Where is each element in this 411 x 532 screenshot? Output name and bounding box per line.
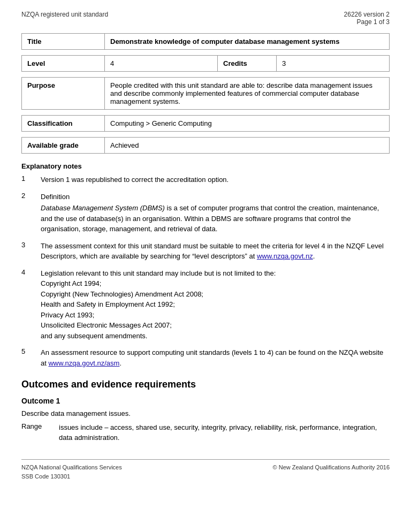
item-2-italic: Database Management System (DBMS): [41, 204, 165, 212]
item-5-content: An assessment resource to support comput…: [41, 347, 390, 368]
purpose-value: People credited with this unit standard …: [105, 78, 390, 110]
explanatory-item-5: 5 An assessment resource to support comp…: [21, 347, 390, 368]
header-right: 26226 version 2 Page 1 of 3: [344, 11, 390, 26]
title-label: Title: [22, 34, 105, 50]
explanatory-item-1: 1 Version 1 was republished to correct t…: [21, 174, 390, 185]
item-4-num: 4: [21, 268, 41, 276]
item-3-link[interactable]: www.nzqa.govt.nz: [257, 252, 313, 260]
footer-org: NZQA National Qualifications Services: [21, 463, 122, 473]
item-3-num: 3: [21, 241, 41, 249]
outcome-1-description: Describe data management issues.: [21, 408, 390, 419]
item-1-num: 1: [21, 174, 41, 183]
explanatory-item-4: 4 Legislation relevant to this unit stan…: [21, 268, 390, 341]
outcome-1-heading: Outcome 1: [21, 397, 390, 405]
footer-copyright: © New Zealand Qualifications Authority 2…: [273, 463, 390, 473]
footer-right: © New Zealand Qualifications Authority 2…: [273, 463, 390, 482]
page-footer: NZQA National Qualifications Services SS…: [21, 459, 390, 482]
credits-value: 3: [277, 56, 390, 72]
credits-label: Credits: [218, 56, 277, 72]
item-1-text: Version 1 was republished to correct the…: [41, 174, 390, 185]
title-value: Demonstrate knowledge of computer databa…: [105, 34, 390, 50]
purpose-table: Purpose People credited with this unit s…: [21, 77, 390, 110]
item-2-title: Definition: [41, 192, 390, 202]
explanatory-item-2: 2 Definition Database Management System …: [21, 192, 390, 234]
item-3-text-after: .: [313, 252, 315, 260]
item-3-text: The assessment context for this unit sta…: [41, 242, 384, 261]
page-header: NZQA registered unit standard 26226 vers…: [21, 11, 390, 26]
outcomes-heading: Outcomes and evidence requirements: [21, 379, 390, 390]
classification-value: Computing > Generic Computing: [105, 116, 390, 132]
item-3-content: The assessment context for this unit sta…: [41, 241, 390, 262]
available-grade-value: Achieved: [105, 138, 390, 154]
level-value: 4: [105, 56, 218, 72]
range-label: Range: [21, 422, 59, 443]
available-grade-table: Available grade Achieved: [21, 137, 390, 154]
title-table: Title Demonstrate knowledge of computer …: [21, 33, 390, 50]
item-5-text-after: .: [119, 359, 121, 367]
purpose-label: Purpose: [22, 78, 105, 110]
footer-ssb: SSB Code 130301: [21, 472, 122, 482]
explanatory-notes-heading: Explanatory notes: [21, 162, 390, 170]
item-2-num: 2: [21, 192, 41, 200]
header-version: 26226 version 2: [344, 11, 390, 18]
item-5-link[interactable]: www.nzqa.govt.nz/asm: [48, 359, 119, 367]
range-row: Range issues include – access, shared us…: [21, 422, 390, 443]
footer-left: NZQA National Qualifications Services SS…: [21, 463, 122, 482]
header-page: Page 1 of 3: [344, 18, 390, 26]
level-label: Level: [22, 56, 105, 72]
classification-table: Classification Computing > Generic Compu…: [21, 115, 390, 132]
item-4-list: Copyright Act 1994; Copyright (New Techn…: [41, 279, 203, 340]
level-credits-table: Level 4 Credits 3: [21, 55, 390, 72]
header-left: NZQA registered unit standard: [21, 11, 108, 18]
range-content: issues include – access, shared use, sec…: [59, 422, 390, 443]
item-5-num: 5: [21, 347, 41, 355]
available-grade-label: Available grade: [22, 138, 105, 154]
classification-label: Classification: [22, 116, 105, 132]
item-4-content: Legislation relevant to this unit standa…: [41, 268, 390, 341]
explanatory-item-3: 3 The assessment context for this unit s…: [21, 241, 390, 262]
item-2-content: Definition Database Management System (D…: [41, 192, 390, 234]
item-4-intro: Legislation relevant to this unit standa…: [41, 269, 276, 277]
